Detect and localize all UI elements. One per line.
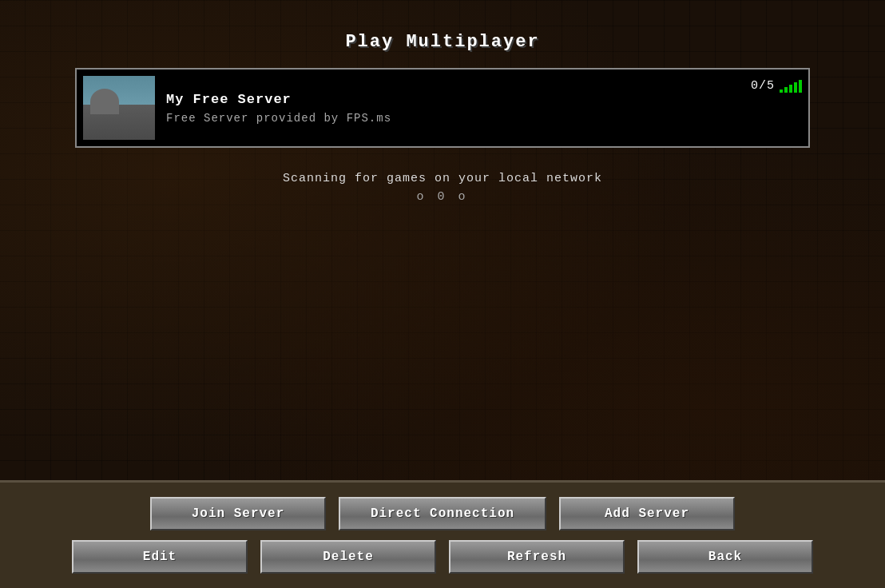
signal-bar-1 [780, 89, 783, 93]
server-description: Free Server provided by FPS.ms [166, 112, 751, 125]
server-info: My Free Server Free Server provided by F… [166, 92, 751, 125]
scanning-text: Scanning for games on your local network [283, 172, 602, 185]
add-server-button[interactable]: Add Server [559, 497, 735, 530]
player-count: 0/5 [751, 79, 775, 93]
server-list: My Free Server Free Server provided by F… [75, 68, 810, 148]
signal-bar-3 [789, 85, 792, 93]
edit-button[interactable]: Edit [72, 540, 248, 574]
bottom-bar: Join Server Direct Connection Add Server… [0, 480, 885, 588]
server-status: 0/5 [751, 76, 802, 93]
signal-bar-2 [784, 87, 788, 93]
server-name: My Free Server [166, 92, 751, 107]
scanning-section: Scanning for games on your local network… [283, 172, 602, 204]
direct-connection-button[interactable]: Direct Connection [339, 497, 546, 530]
join-server-button[interactable]: Join Server [150, 497, 326, 530]
refresh-button[interactable]: Refresh [449, 540, 625, 574]
signal-bar-4 [794, 82, 797, 93]
page-title: Play Multiplayer [345, 32, 539, 52]
scanning-dots: o 0 o [283, 190, 602, 204]
server-item[interactable]: My Free Server Free Server provided by F… [75, 68, 810, 148]
button-row-1: Join Server Direct Connection Add Server [48, 497, 837, 530]
server-thumbnail [83, 76, 155, 140]
signal-bars-icon [780, 80, 802, 93]
signal-bar-5 [799, 80, 802, 93]
back-button[interactable]: Back [637, 540, 813, 574]
button-row-2: Edit Delete Refresh Back [48, 540, 837, 574]
delete-button[interactable]: Delete [260, 540, 436, 574]
